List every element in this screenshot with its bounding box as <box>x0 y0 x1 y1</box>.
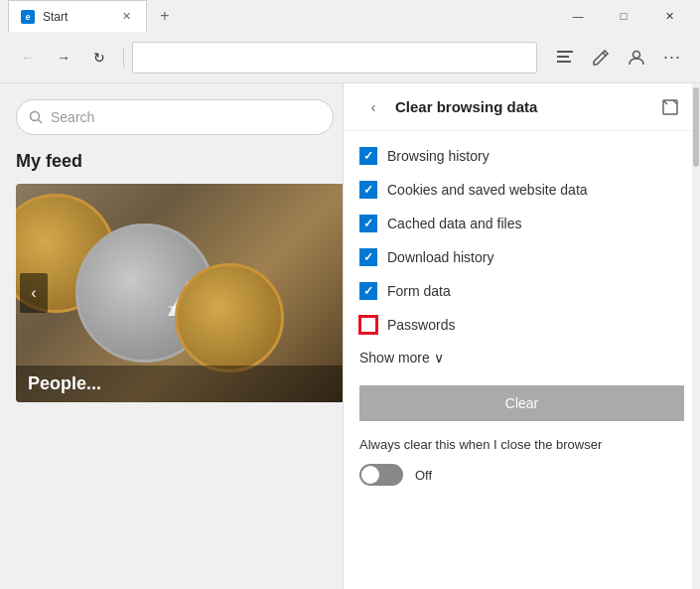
svg-point-3 <box>633 51 640 58</box>
checkmark: ✓ <box>363 183 373 197</box>
tab-label: Start <box>43 10 110 24</box>
content-area: Search My feed ‹ People... ‹ Clear brows… <box>0 83 700 589</box>
show-more-label: Show more <box>359 350 430 366</box>
show-more-button[interactable]: Show more ∨ <box>359 350 684 366</box>
more-icon: ··· <box>663 47 681 68</box>
user-button[interactable] <box>621 42 652 74</box>
checkbox-cached-label: Cached data and files <box>387 216 521 231</box>
more-button[interactable]: ··· <box>656 42 688 74</box>
checkbox-browsing-history-label: Browsing history <box>387 148 490 164</box>
minimize-button[interactable]: — <box>555 0 601 32</box>
close-window-button[interactable]: ✕ <box>646 0 692 32</box>
titlebar: e Start ✕ + — □ ✕ <box>0 0 700 32</box>
edit-button[interactable] <box>585 42 617 74</box>
maximize-button[interactable]: □ <box>601 0 646 32</box>
checkbox-download-label: Download history <box>387 249 493 265</box>
checkbox-passwords[interactable]: ✓ Passwords <box>359 316 684 334</box>
toggle-row: Off <box>359 464 684 486</box>
search-icon <box>29 110 43 124</box>
panel-pin-button[interactable] <box>656 93 684 121</box>
checkbox-browsing-history[interactable]: ✓ Browsing history <box>359 147 684 165</box>
hub-icon <box>556 49 574 67</box>
pin-icon <box>662 99 678 115</box>
checkbox-form-data-box[interactable]: ✓ <box>359 282 377 300</box>
feed-caption: People... <box>16 366 343 402</box>
panel-scrollbar[interactable] <box>692 83 700 589</box>
search-placeholder: Search <box>51 109 94 125</box>
refresh-button[interactable]: ↻ <box>83 42 115 74</box>
svg-rect-2 <box>557 61 571 63</box>
checkbox-browsing-history-box[interactable]: ✓ <box>359 147 377 165</box>
new-tab-button[interactable]: + <box>151 2 179 30</box>
window-controls: — □ ✕ <box>555 0 692 32</box>
user-icon <box>628 49 645 67</box>
checkmark: ✓ <box>363 250 373 264</box>
clear-button[interactable]: Clear <box>359 385 684 421</box>
feed-image: ‹ People... <box>16 184 343 402</box>
svg-point-4 <box>31 112 40 121</box>
feed-prev-button[interactable]: ‹ <box>20 273 48 313</box>
svg-line-5 <box>39 120 43 124</box>
svg-rect-1 <box>557 56 569 58</box>
always-clear-label: Always clear this when I close the brows… <box>359 437 684 452</box>
checkbox-cached[interactable]: ✓ Cached data and files <box>359 215 684 232</box>
toggle-knob <box>361 466 379 484</box>
checkbox-form-data[interactable]: ✓ Form data <box>359 282 684 300</box>
close-tab-button[interactable]: ✕ <box>118 9 134 25</box>
panel-body: ✓ Browsing history ✓ Cookies and saved w… <box>344 131 700 589</box>
hub-button[interactable] <box>549 42 581 74</box>
checkbox-passwords-box[interactable]: ✓ <box>359 316 377 334</box>
my-feed-title: My feed <box>16 151 327 172</box>
checkmark: ✓ <box>363 149 373 163</box>
browser-page: Search My feed ‹ People... <box>0 83 343 589</box>
svg-rect-0 <box>557 51 573 53</box>
browser-tab[interactable]: e Start ✕ <box>8 0 147 32</box>
checkbox-passwords-label: Passwords <box>387 317 455 333</box>
checkmark: ✓ <box>363 284 373 298</box>
forward-button[interactable]: → <box>48 42 79 74</box>
panel-back-button[interactable]: ‹ <box>359 93 387 121</box>
navbar: ← → ↻ ··· <box>0 32 700 83</box>
scrollbar-thumb[interactable] <box>693 87 699 167</box>
panel-title: Clear browsing data <box>395 98 648 115</box>
coin-3 <box>175 263 284 372</box>
checkbox-download[interactable]: ✓ Download history <box>359 248 684 266</box>
checkbox-download-box[interactable]: ✓ <box>359 248 377 266</box>
nav-separator <box>123 48 124 68</box>
checkbox-cookies[interactable]: ✓ Cookies and saved website data <box>359 181 684 199</box>
clear-browsing-panel: ‹ Clear browsing data ✓ Browsing history <box>343 83 700 589</box>
back-button[interactable]: ← <box>12 42 44 74</box>
chevron-down-icon: ∨ <box>434 350 444 366</box>
checkmark: ✓ <box>363 217 373 230</box>
checkbox-form-data-label: Form data <box>387 283 451 299</box>
always-clear-toggle[interactable] <box>359 464 403 486</box>
checkbox-cookies-label: Cookies and saved website data <box>387 182 588 198</box>
panel-header: ‹ Clear browsing data <box>344 83 700 131</box>
checkbox-cookies-box[interactable]: ✓ <box>359 181 377 199</box>
toolbar-icons: ··· <box>549 42 688 74</box>
toggle-state-label: Off <box>415 468 432 483</box>
address-bar[interactable] <box>132 42 537 74</box>
edit-icon <box>592 49 610 67</box>
tab-icon: e <box>21 10 35 24</box>
checkbox-cached-box[interactable]: ✓ <box>359 215 377 232</box>
search-bar[interactable]: Search <box>16 99 334 135</box>
